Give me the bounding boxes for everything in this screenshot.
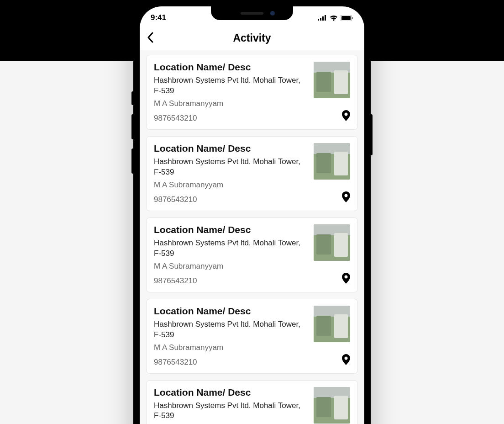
- card-phone: 9876543210: [154, 195, 197, 204]
- card-phone: 9876543210: [154, 358, 197, 367]
- card-title: Location Name/ Desc: [154, 143, 307, 154]
- battery-icon: [341, 15, 353, 21]
- card-address: Hashbrown Systems Pvt ltd. Mohali Tower,…: [154, 157, 307, 178]
- card-thumbnail: [314, 387, 350, 424]
- map-pin-icon[interactable]: [342, 191, 350, 204]
- page-title: Activity: [233, 32, 271, 44]
- activity-card[interactable]: Location Name/ Desc Hashbrown Systems Pv…: [146, 380, 358, 424]
- card-phone: 9876543210: [154, 276, 197, 286]
- activity-card[interactable]: Location Name/ Desc Hashbrown Systems Pv…: [146, 217, 358, 292]
- svg-rect-6: [352, 17, 353, 19]
- status-indicators: [318, 15, 353, 21]
- phone-screen: 9:41 Activity Loca: [140, 6, 364, 424]
- phone-notch: [211, 6, 293, 20]
- card-title: Location Name/ Desc: [154, 62, 307, 73]
- activity-card[interactable]: Location Name/ Desc Hashbrown Systems Pv…: [146, 55, 358, 130]
- map-pin-icon[interactable]: [342, 110, 350, 123]
- status-time: 9:41: [151, 13, 166, 22]
- card-address: Hashbrown Systems Pvt ltd. Mohali Tower,…: [154, 238, 307, 259]
- svg-rect-3: [325, 15, 326, 21]
- wifi-icon: [330, 15, 338, 21]
- card-contact: M A Subramanyyam: [154, 262, 307, 271]
- svg-rect-2: [322, 16, 324, 21]
- svg-rect-5: [341, 16, 351, 20]
- card-phone: 9876543210: [154, 114, 197, 123]
- svg-rect-1: [320, 18, 321, 21]
- svg-rect-0: [318, 19, 319, 21]
- card-thumbnail: [314, 62, 350, 98]
- card-thumbnail: [314, 306, 350, 342]
- map-pin-icon[interactable]: [342, 273, 350, 286]
- card-address: Hashbrown Systems Pvt ltd. Mohali Tower,…: [154, 319, 307, 340]
- activity-card[interactable]: Location Name/ Desc Hashbrown Systems Pv…: [146, 299, 358, 374]
- card-thumbnail: [314, 143, 350, 180]
- card-title: Location Name/ Desc: [154, 224, 307, 235]
- card-address: Hashbrown Systems Pvt ltd. Mohali Tower,…: [154, 401, 307, 422]
- activity-card[interactable]: Location Name/ Desc Hashbrown Systems Pv…: [146, 136, 358, 211]
- card-contact: M A Subramanyyam: [154, 343, 307, 352]
- nav-bar: Activity: [140, 26, 364, 50]
- cellular-signal-icon: [318, 15, 327, 21]
- card-contact: M A Subramanyyam: [154, 99, 307, 108]
- card-thumbnail: [314, 224, 350, 261]
- phone-frame: 9:41 Activity Loca: [133, 0, 371, 424]
- map-pin-icon[interactable]: [342, 354, 350, 367]
- card-address: Hashbrown Systems Pvt ltd. Mohali Tower,…: [154, 75, 307, 96]
- card-title: Location Name/ Desc: [154, 387, 307, 398]
- back-chevron-icon[interactable]: [147, 32, 154, 45]
- phone-side-button-right: [370, 114, 373, 155]
- phone-side-buttons-left: [131, 91, 134, 183]
- card-contact: M A Subramanyyam: [154, 180, 307, 190]
- activity-list[interactable]: Location Name/ Desc Hashbrown Systems Pv…: [140, 50, 364, 424]
- card-title: Location Name/ Desc: [154, 306, 307, 317]
